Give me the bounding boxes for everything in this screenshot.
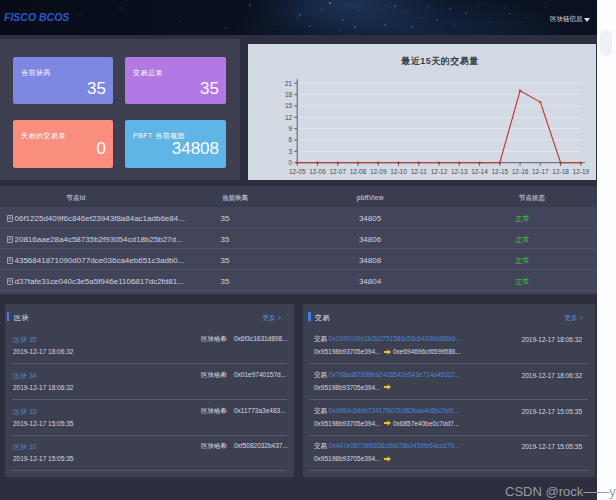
svg-text:12-05: 12-05 [289, 168, 306, 175]
svg-text:12-12: 12-12 [431, 168, 448, 175]
svg-text:12: 12 [285, 114, 293, 121]
svg-text:12-08: 12-08 [350, 168, 367, 175]
svg-text:12-16: 12-16 [512, 168, 529, 175]
svg-text:3: 3 [289, 148, 293, 155]
svg-text:6: 6 [289, 136, 293, 143]
svg-text:12-10: 12-10 [390, 168, 407, 175]
svg-text:15: 15 [285, 102, 293, 109]
svg-text:18: 18 [285, 91, 293, 98]
svg-text:12-11: 12-11 [411, 168, 428, 175]
svg-text:12-15: 12-15 [491, 168, 508, 175]
svg-text:9: 9 [289, 125, 293, 132]
svg-text:12-14: 12-14 [471, 168, 488, 175]
svg-text:0: 0 [289, 159, 293, 166]
svg-text:12-09: 12-09 [370, 168, 387, 175]
svg-text:12-07: 12-07 [329, 168, 346, 175]
svg-text:12-18: 12-18 [552, 168, 569, 175]
svg-text:12-17: 12-17 [532, 168, 549, 175]
svg-text:12-19: 12-19 [573, 168, 590, 175]
svg-text:21: 21 [285, 80, 293, 87]
svg-text:12-13: 12-13 [451, 168, 468, 175]
svg-text:12-06: 12-06 [309, 168, 326, 175]
